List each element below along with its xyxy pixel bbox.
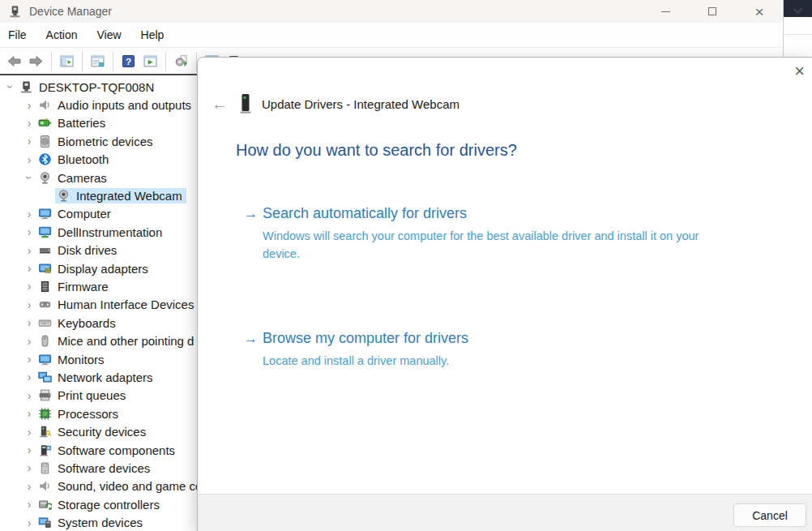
software-component-icon — [38, 443, 52, 457]
chevron-collapsed-icon[interactable]: › — [22, 225, 36, 238]
dialog-header: ← Update Drivers - Integrated Webcam — [212, 93, 459, 114]
chevron-collapsed-icon[interactable]: › — [22, 370, 36, 383]
chevron-collapsed-icon[interactable]: › — [22, 298, 36, 311]
chevron-collapsed-icon[interactable]: › — [22, 316, 36, 329]
fingerprint-icon — [38, 135, 52, 148]
tree-item-label: Human Interface Devices — [58, 298, 194, 311]
dialog-options: →Search automatically for driversWindows… — [244, 205, 746, 412]
maximize-button[interactable] — [689, 0, 736, 23]
device-manager-icon — [8, 5, 22, 19]
software-device-icon — [38, 461, 52, 475]
tree-item-label: Software components — [58, 443, 175, 457]
dialog-footer: Cancel — [198, 494, 812, 531]
driver-device-icon — [239, 93, 252, 114]
monitor-icon — [38, 353, 52, 366]
chevron-down-icon[interactable] — [793, 6, 803, 16]
option-search-automatically-for-drivers[interactable]: →Search automatically for driversWindows… — [244, 205, 746, 263]
tree-item-label: Cameras — [58, 171, 107, 185]
help-icon[interactable]: ? — [118, 50, 139, 72]
chevron-collapsed-icon[interactable]: › — [22, 335, 36, 348]
chevron-collapsed-icon[interactable]: › — [22, 498, 36, 511]
tree-item-label: Computer — [58, 207, 111, 221]
tree-item-label: Mice and other pointing d — [58, 334, 194, 348]
tree-item-label: Integrated Webcam — [76, 189, 182, 203]
monitor-green-icon — [38, 225, 52, 239]
tree-item-label: Storage controllers — [58, 498, 160, 512]
chevron-collapsed-icon[interactable]: › — [22, 117, 36, 130]
properties-icon[interactable] — [87, 50, 109, 72]
computer-device-icon — [19, 80, 33, 94]
cancel-button[interactable]: Cancel — [733, 503, 806, 527]
close-button[interactable]: × — [736, 0, 783, 23]
arrow-right-icon: → — [244, 206, 263, 222]
speaker-icon — [38, 479, 52, 493]
display-adapter-icon — [38, 262, 52, 276]
chevron-expanded-icon[interactable]: › — [23, 170, 36, 185]
dialog-title: Update Drivers - Integrated Webcam — [262, 97, 459, 111]
system-icon — [38, 516, 52, 529]
tree-item-label: Firmware — [58, 280, 109, 293]
webcam-icon — [57, 189, 71, 203]
menu-view[interactable]: View — [87, 25, 130, 45]
chevron-collapsed-icon[interactable]: › — [22, 135, 36, 148]
tree-item-label: Monitors — [58, 353, 105, 366]
battery-icon — [38, 116, 52, 130]
chevron-collapsed-icon[interactable]: › — [22, 461, 36, 474]
tree-item-label: Audio inputs and outputs — [58, 98, 191, 112]
dialog-back-icon[interactable]: ← — [212, 95, 231, 113]
window-title: Device Manager — [29, 5, 112, 18]
arrow-right-icon: → — [244, 331, 263, 347]
chevron-collapsed-icon[interactable]: › — [22, 153, 36, 166]
disk-icon — [38, 243, 52, 257]
toolbar-separator — [165, 52, 166, 71]
tree-item-label: Network adapters — [58, 370, 153, 384]
bluetooth-icon — [38, 152, 52, 166]
chevron-collapsed-icon[interactable]: › — [22, 353, 36, 366]
chevron-collapsed-icon[interactable]: › — [22, 443, 36, 456]
chevron-collapsed-icon[interactable]: › — [22, 407, 36, 420]
back-icon[interactable] — [3, 50, 25, 72]
toolbar-separator — [113, 52, 113, 71]
tree-item-label: DellInstrumentation — [58, 225, 162, 239]
network-icon — [38, 370, 52, 384]
hid-icon — [38, 298, 52, 311]
chevron-collapsed-icon[interactable]: › — [22, 426, 36, 439]
menu-file[interactable]: File — [0, 25, 36, 45]
tree-item-label: Display adapters — [58, 262, 148, 276]
minimize-button[interactable] — [642, 0, 689, 23]
option-browse-my-computer-for-drivers[interactable]: →Browse my computer for driversLocate an… — [244, 330, 746, 370]
speaker-icon — [38, 98, 52, 112]
tree-item-label: Batteries — [58, 116, 105, 130]
update-driver-icon[interactable] — [170, 50, 192, 72]
chevron-expanded-icon[interactable]: › — [4, 79, 17, 94]
screen: Device Manager × FileActionViewHelp ? ›D… — [0, 0, 812, 531]
toolbar-separator — [82, 52, 83, 71]
forward-icon[interactable] — [25, 50, 47, 72]
menu-action[interactable]: Action — [36, 25, 88, 45]
tree-item-label: Keyboards — [58, 316, 116, 330]
tree-item-label: Software devices — [58, 461, 150, 475]
tree-item-label: Sound, video and game co — [58, 479, 202, 493]
tree-item-label: Bluetooth — [58, 152, 109, 166]
chevron-collapsed-icon[interactable]: › — [22, 99, 36, 112]
chevron-collapsed-icon[interactable]: › — [22, 389, 36, 402]
firmware-icon — [38, 280, 52, 293]
dialog-close-icon[interactable]: × — [794, 62, 805, 80]
mouse-icon — [38, 334, 52, 348]
chevron-collapsed-icon[interactable]: › — [22, 262, 36, 275]
security-icon — [38, 425, 52, 439]
show-hide-action-pane-icon[interactable] — [139, 50, 161, 72]
tree-item-label: System devices — [58, 516, 143, 529]
option-title: Search automatically for drivers — [263, 205, 467, 222]
chevron-collapsed-icon[interactable]: › — [22, 244, 36, 257]
dialog-heading: How do you want to search for drivers? — [236, 141, 517, 160]
chevron-collapsed-icon[interactable]: › — [22, 516, 36, 529]
show-hide-console-tree-icon[interactable] — [56, 50, 78, 72]
menu-bar: FileActionViewHelp — [0, 23, 783, 48]
chevron-collapsed-icon[interactable]: › — [22, 208, 36, 221]
chevron-collapsed-icon[interactable]: › — [22, 480, 36, 493]
chevron-collapsed-icon[interactable]: › — [22, 280, 36, 293]
menu-help[interactable]: Help — [131, 25, 174, 45]
tree-item-label: Biometric devices — [58, 135, 153, 148]
divider — [784, 34, 812, 35]
